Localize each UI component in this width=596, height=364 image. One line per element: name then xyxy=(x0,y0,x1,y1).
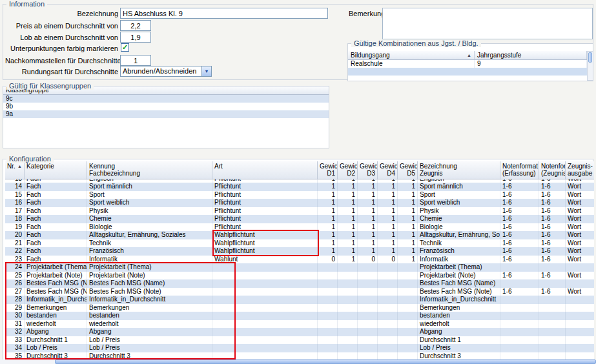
column-header-art[interactable]: Art xyxy=(212,161,318,179)
column-header-bez[interactable]: BezeichnungZeugnis xyxy=(418,161,500,179)
bemerkung-label: Bemerkung xyxy=(349,10,380,18)
cell-nr: 31 xyxy=(5,320,25,329)
kombination-empty-row[interactable] xyxy=(348,68,587,76)
config-row-18[interactable]: 18FachChemiePflichtunt11111Chemie1-61-6W… xyxy=(5,215,594,223)
scrollbar-thumb[interactable] xyxy=(588,52,592,63)
bemerkung-textarea[interactable] xyxy=(382,8,593,39)
column-label: KennungFachbezeichnung xyxy=(89,163,210,177)
horizontal-scrollbar[interactable] xyxy=(0,359,596,364)
cell-d5 xyxy=(398,279,418,288)
klassengruppe-row[interactable]: 9c xyxy=(3,95,329,103)
config-row-21[interactable]: 21FachTechnikWahlpflichtunt11111Technik1… xyxy=(5,239,594,248)
bezeichnung-input[interactable] xyxy=(120,8,328,19)
config-row-17[interactable]: 17FachPhysikPflichtunt11111Physik1-61-6W… xyxy=(5,207,594,216)
cell-nfe: 1-6 xyxy=(500,256,539,264)
cell-aus xyxy=(566,304,594,312)
cell-d1 xyxy=(318,328,338,336)
column-label: Nr. xyxy=(7,163,15,170)
cell-kennung: Bestes Fach MSG (Note) xyxy=(87,288,212,296)
config-row-30[interactable]: 30bestandenbestandenbestanden xyxy=(5,312,594,320)
cell-aus: Wort xyxy=(566,183,594,191)
lob-input[interactable] xyxy=(120,32,151,43)
column-header-d1[interactable]: GewichtD1 xyxy=(318,161,338,179)
cell-nfd xyxy=(539,320,566,329)
cell-d4 xyxy=(378,288,398,296)
config-row-25[interactable]: 25Projektarbeit (Note)Projektarbeit (Not… xyxy=(5,272,594,280)
column-header-jahrgangsstufe[interactable]: Jahrgangsstufe xyxy=(475,51,587,59)
cell-kennung: bestanden xyxy=(87,312,212,320)
config-row-14[interactable]: 14FachSport männlichPflichtunt11111Sport… xyxy=(5,183,594,191)
klassengruppe-row[interactable]: 9b xyxy=(3,103,329,110)
cell-d2: 1 xyxy=(338,191,358,199)
preis-input[interactable] xyxy=(120,20,151,31)
cell-kategorie: Informatik_in_Durchschnitt xyxy=(25,296,87,304)
cell-art xyxy=(212,320,318,329)
config-row-16[interactable]: 16FachSport weiblichPflichtunt11111Sport… xyxy=(5,199,594,207)
cell-d3 xyxy=(358,296,378,304)
kombinationen-scrollbar[interactable] xyxy=(587,51,593,81)
cell-d4: 1 xyxy=(378,247,398,256)
config-row-32[interactable]: 32AbgangAbgangAbgang xyxy=(5,328,594,336)
cell-kategorie: Projektarbeit (Thema) xyxy=(25,263,87,272)
cell-d3 xyxy=(358,288,378,296)
cell-d3: 1 xyxy=(358,231,378,239)
sort-asc-icon: ▲ xyxy=(467,53,471,57)
config-row-28[interactable]: 28Informatik_in_DurchschnittInformatik_i… xyxy=(5,296,594,304)
config-row-33[interactable]: 33Durchschnitt 1Lob / PreisDurchschnitt … xyxy=(5,336,594,345)
cell-nr: 28 xyxy=(5,296,25,304)
cell-bez: Lob / Preis xyxy=(418,344,500,352)
cell-d5: 1 xyxy=(398,231,418,239)
cell-d1 xyxy=(318,272,338,280)
config-row-26[interactable]: 26Bestes Fach MSG (Name)Bestes Fach MSG … xyxy=(5,279,594,288)
cell-d5 xyxy=(398,328,418,336)
scrollbar-thumb[interactable] xyxy=(55,359,596,364)
cell-kategorie: Bemerkungen xyxy=(25,304,87,312)
cell-d2 xyxy=(338,344,358,352)
nachkommastellen-input[interactable] xyxy=(120,55,151,66)
config-row-29[interactable]: 29BemerkungenBemerkungenBemerkungen xyxy=(5,304,594,312)
config-row-34[interactable]: 34Lob / PreisLob / PreisLob / Preis xyxy=(5,344,594,352)
unterpunktungen-checkbox[interactable]: ✓ xyxy=(121,43,129,52)
unterpunktungen-label: Unterpunktungen farbig markieren xyxy=(5,45,118,53)
config-row-23[interactable]: 23FachInformatikWahlunt01001Informatik1-… xyxy=(5,256,594,264)
column-header-d2[interactable]: GewichtD2 xyxy=(338,161,358,179)
cell-nfd: 1-6 xyxy=(539,288,566,296)
column-header-nfd[interactable]: Notenformat(Zeugnisdruck) xyxy=(539,161,566,179)
config-row-24[interactable]: 24Projektarbeit (Thema)Projektarbeit (Th… xyxy=(5,263,594,272)
cell-kategorie: Projektarbeit (Note) xyxy=(25,272,87,280)
klassengruppe-row[interactable]: 9a xyxy=(3,110,329,118)
column-header-aus[interactable]: Zeugnis-ausgabe xyxy=(566,161,594,179)
column-header-d3[interactable]: GewichtD3 xyxy=(358,161,378,179)
cell-d1: 1 xyxy=(318,207,338,216)
column-header-kategorie[interactable]: Kategorie xyxy=(25,161,87,179)
column-header-nr[interactable]: Nr.▲ xyxy=(5,161,25,179)
cell-nfe: 1-6 xyxy=(500,207,539,216)
config-row-20[interactable]: 20FachAlltagskultur, Ernährung, Soziales… xyxy=(5,231,594,239)
column-header-d4[interactable]: GewichtD4 xyxy=(378,161,398,179)
cell-d3: 1 xyxy=(358,207,378,216)
kombination-row[interactable]: Realschule9 xyxy=(348,60,587,68)
information-group-title: Information xyxy=(6,0,47,8)
config-row-27[interactable]: 27Bestes Fach MSG (Note)Bestes Fach MSG … xyxy=(5,288,594,296)
cell-d2 xyxy=(338,263,358,272)
config-row-31[interactable]: 31wiederholtwiederholtwiederholt xyxy=(5,320,594,329)
cell-kategorie: Fach xyxy=(25,183,87,191)
chevron-down-icon[interactable]: ▼ xyxy=(201,66,211,76)
cell-bez: Projektarbeit (Note) xyxy=(418,272,500,280)
column-header-nfe[interactable]: Notenformat(Erfassung) xyxy=(500,161,539,179)
cell-nr: 16 xyxy=(5,199,25,207)
config-row-15[interactable]: 15FachSportPflichtunt11111Sport1-61-6Wor… xyxy=(5,191,594,199)
cell-nr: 23 xyxy=(5,256,25,264)
rundungsart-select[interactable]: Abrunden/Abschneiden ▼ xyxy=(120,66,212,77)
cell-kategorie: Bestes Fach MSG (Note) xyxy=(25,288,87,296)
config-row-22[interactable]: 22FachFranzösischWahlpflichtunt11111Fran… xyxy=(5,247,594,256)
cell-d5 xyxy=(398,304,418,312)
config-row-19[interactable]: 19FachBiologiePflichtunt11111Biologie1-6… xyxy=(5,223,594,232)
column-header-bildungsgang[interactable]: Bildungsgang ▲ xyxy=(348,51,475,59)
column-header-d5[interactable]: GewichtD5 xyxy=(398,161,418,179)
cell-aus xyxy=(566,328,594,336)
column-header-kennung[interactable]: KennungFachbezeichnung xyxy=(87,161,212,179)
cell-nfe: 1-6 xyxy=(500,191,539,199)
cell-art: Wahlpflichtunt xyxy=(212,247,318,256)
column-label: GewichtD2 xyxy=(340,163,355,177)
